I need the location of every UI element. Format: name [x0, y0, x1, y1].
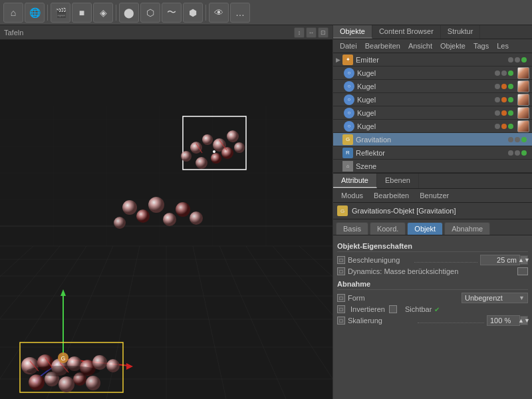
svg-point-67	[27, 366, 100, 376]
label-skalierung: Skalierung	[348, 317, 415, 325]
menu-les[interactable]: Les	[493, 41, 513, 51]
attr-tab-ebenen[interactable]: Ebenen	[377, 174, 419, 188]
tree-dots-reflektor	[508, 150, 527, 156]
tree-row-reflektor[interactable]: ▶ R Reflektor	[333, 146, 532, 160]
checkbox-invertieren-val[interactable]	[389, 305, 397, 313]
menu-datei[interactable]: Datei	[336, 41, 361, 51]
value-skalierung[interactable]: 100 %	[487, 315, 520, 326]
toolbar-world-icon[interactable]: 🌐	[25, 3, 45, 23]
top-tabs: Objekte Content Browser Struktur	[333, 25, 532, 39]
toolbar-circle-icon[interactable]: ⬤	[119, 3, 139, 23]
tab-objekte[interactable]: Objekte	[333, 25, 372, 39]
tree-thumb-kugel-5	[517, 120, 529, 132]
viewport-btn-1[interactable]: ↕	[294, 27, 305, 38]
subtab-abnahme[interactable]: Abnahme	[444, 222, 490, 235]
tree-row-kugel-1[interactable]: ○ Kugel	[333, 66, 532, 80]
tree-icon-szene: ⌂	[342, 161, 353, 172]
tree-row-kugel-3[interactable]: ○ Kugel	[333, 93, 532, 106]
dot-k1-1	[495, 70, 500, 76]
tree-icon-kugel-2: ○	[344, 81, 354, 92]
toolbar-hex-icon[interactable]: ⬡	[140, 3, 160, 23]
toolbar: ⌂ 🌐 🎬 ■ ◈ ⬤ ⬡ 〜 ⬢ 👁 …	[0, 0, 532, 25]
label-sichtbar: Sichtbar	[405, 305, 432, 313]
tree-row-emitter[interactable]: ▶ ✦ Emitter	[333, 53, 532, 66]
checkbox-beschleunigung[interactable]: □	[337, 256, 345, 264]
tree-label-reflektor: Reflektor	[356, 149, 508, 157]
value-beschleunigung[interactable]: 25 cm	[480, 255, 520, 265]
toolbar-gem-icon[interactable]: ⬢	[183, 3, 203, 23]
toolbar-snake-icon[interactable]: 〜	[162, 3, 182, 23]
toolbar-film-icon[interactable]: 🎬	[51, 3, 70, 23]
arrow-skalierung[interactable]: ▲▼	[520, 316, 528, 325]
tree-thumb-kugel-3	[517, 94, 529, 106]
svg-point-40	[202, 134, 213, 145]
attr-row-invertieren: □ Invertieren Sichtbar ✔	[337, 305, 528, 313]
toolbar-more-icon[interactable]: …	[230, 3, 250, 23]
svg-point-42	[227, 130, 239, 142]
checkbox-form[interactable]: □	[337, 294, 345, 302]
dot-k3-2	[501, 97, 507, 102]
toolbar-sep-1	[47, 5, 48, 21]
subtab-koord[interactable]: Koord.	[370, 222, 406, 235]
viewport-btn-2[interactable]: ↔	[306, 27, 317, 38]
viewport-btn-3[interactable]: ⊡	[318, 27, 329, 38]
dot-k2-3	[508, 84, 513, 89]
attr-menu-modus[interactable]: Modus	[336, 190, 368, 201]
menu-objekte[interactable]: Objekte	[436, 41, 469, 51]
tree-icon-kugel-1: ○	[344, 68, 354, 78]
attr-row-form: □ Form Unbegrenzt ▼	[337, 293, 528, 303]
toolbar-sep-2	[116, 5, 116, 21]
dots-skalierung	[418, 318, 485, 323]
dot-g-1	[508, 137, 513, 142]
dropdown-form[interactable]: Unbegrenzt ▼	[462, 293, 528, 303]
attr-menu-benutzer[interactable]: Benutzer	[414, 190, 454, 201]
subtab-objekt[interactable]: Objekt	[407, 222, 443, 235]
svg-point-44	[196, 157, 207, 169]
tab-struktur[interactable]: Struktur	[441, 25, 481, 39]
tree-row-szene[interactable]: ▶ ⌂ Szene	[333, 160, 532, 173]
tree-row-kugel-2[interactable]: ○ Kugel	[333, 80, 532, 93]
tab-content-browser[interactable]: Content Browser	[372, 25, 441, 39]
menu-tags[interactable]: Tags	[469, 41, 493, 51]
label-invertieren: Invertieren	[350, 305, 385, 313]
svg-point-51	[163, 213, 176, 226]
tree-dots-kugel-5	[495, 124, 513, 129]
svg-point-31	[213, 150, 215, 153]
attr-title-bar: G Gravitations-Objekt [Gravitation]	[333, 203, 532, 219]
attr-menu-bearbeiten[interactable]: Bearbeiten	[368, 190, 414, 201]
tree-dots-gravitation	[508, 137, 527, 142]
tree-row-kugel-5[interactable]: ○ Kugel	[333, 120, 532, 133]
toolbar-square-icon[interactable]: ■	[72, 3, 92, 23]
dot-g-2	[515, 137, 520, 142]
toolbar-diamond-icon[interactable]: ◈	[93, 3, 113, 23]
tree-row-gravitation[interactable]: ▶ G Gravitation	[333, 133, 532, 146]
dot-k4-2	[501, 110, 507, 116]
attr-title-text: Gravitations-Objekt [Gravitation]	[352, 207, 456, 215]
svg-point-60	[92, 355, 107, 370]
tree-icon-kugel-4: ○	[344, 108, 354, 118]
viewport-header: Tafeln ↕ ↔ ⊡	[0, 25, 332, 40]
svg-point-61	[106, 359, 120, 372]
attr-row-dynamics: □ Dynamics: Masse berücksichtigen	[337, 267, 528, 275]
checkbox-dynamics-val[interactable]	[517, 267, 528, 275]
tree-row-kugel-4[interactable]: ○ Kugel	[333, 106, 532, 120]
svg-point-62	[29, 374, 45, 390]
dot-g-3	[521, 137, 527, 142]
viewport: Tafeln ↕ ↔ ⊡	[0, 25, 332, 399]
dot-1	[508, 57, 513, 63]
arrow-beschleunigung[interactable]: ▲▼	[520, 255, 528, 265]
subtab-basis[interactable]: Basis	[336, 222, 368, 235]
section-abnahme: Abnahme	[337, 277, 528, 290]
checkbox-skalierung[interactable]: □	[337, 317, 345, 325]
checkbox-dynamics[interactable]: □	[337, 267, 345, 275]
attr-tabs: Attribute Ebenen	[333, 174, 532, 189]
attr-tab-attribute[interactable]: Attribute	[333, 174, 377, 188]
checkbox-invertieren[interactable]: □	[337, 305, 345, 313]
label-dynamics: Dynamics: Masse berücksichtigen	[348, 267, 515, 275]
label-beschleunigung: Beschleunigung	[348, 256, 412, 264]
toolbar-home-icon[interactable]: ⌂	[3, 3, 23, 23]
objekte-menubar: Datei Bearbeiten Ansicht Objekte Tags Le…	[333, 39, 532, 53]
menu-bearbeiten[interactable]: Bearbeiten	[361, 41, 404, 51]
toolbar-eye-icon[interactable]: 👁	[209, 3, 229, 23]
menu-ansicht[interactable]: Ansicht	[404, 41, 436, 51]
